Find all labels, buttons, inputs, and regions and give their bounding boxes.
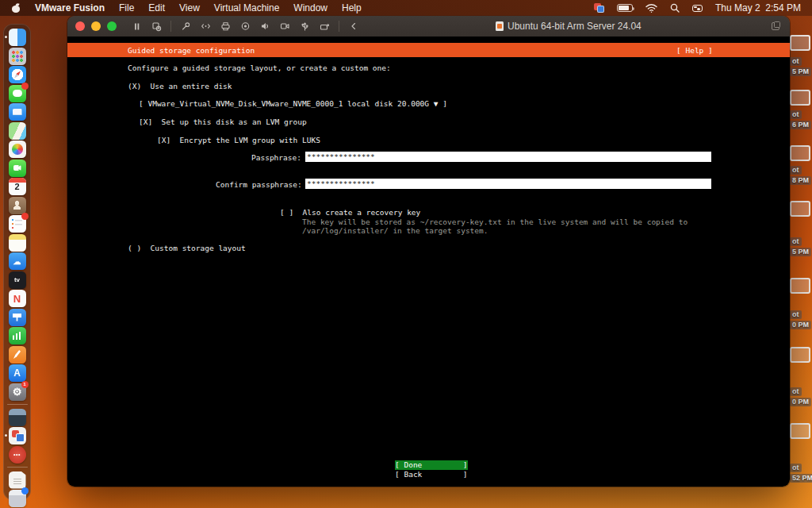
desktop: { "menubar": { "app_name": "VMware Fusio… xyxy=(0,0,812,508)
dock-settings-icon[interactable]: ⚙1 xyxy=(9,383,26,401)
dock-vmware-icon[interactable] xyxy=(9,427,26,444)
checkbox-recovery-key[interactable]: [ ] Also create a recovery key xyxy=(280,208,420,217)
menu-window[interactable]: Window xyxy=(293,2,327,13)
screenshot-file-icon[interactable] xyxy=(788,145,812,163)
checkbox-luks-encrypt[interactable]: [X] Encrypt the LVM group with LUKS xyxy=(157,136,320,144)
disk-selector-dropdown[interactable]: [ VMware_Virtual_NVMe_Disk_VMware_NVME_0… xyxy=(139,99,447,108)
dock-photos-icon[interactable] xyxy=(9,140,26,158)
menu-file[interactable]: File xyxy=(119,2,134,13)
screenshot-file-icon[interactable] xyxy=(788,278,812,295)
dock-appstore-icon[interactable]: A xyxy=(9,364,26,382)
radio-use-entire-disk[interactable]: (X) Use an entire disk xyxy=(128,82,232,90)
screenshot-file-label-time: 52 PM xyxy=(790,474,812,483)
confirm-passphrase-label: Confirm passphrase: xyxy=(216,180,302,189)
dock-calendar-icon[interactable]: 2 xyxy=(9,178,26,195)
dock-keynote-icon[interactable] xyxy=(9,309,26,326)
dock-appletv-icon[interactable]: tv xyxy=(9,271,26,289)
dock-safari-icon[interactable] xyxy=(9,66,26,83)
screenshot-file-label: ot xyxy=(790,387,802,396)
dock-screenshotthumb-icon[interactable] xyxy=(9,409,26,426)
display-toolbar-icon[interactable] xyxy=(278,20,292,33)
screenshot-file-label: ot xyxy=(790,110,802,119)
snapshots-toolbar-icon[interactable] xyxy=(149,20,163,33)
notification-badge xyxy=(21,83,29,90)
dock-windowthumb-icon[interactable] xyxy=(9,490,26,507)
vmware-window: Ubuntu 64-bit Arm Server 24.04 Guided st… xyxy=(67,16,790,487)
screenshot-file-icon[interactable] xyxy=(788,35,812,52)
dock-maps-icon[interactable] xyxy=(9,122,26,140)
file-thumbnail xyxy=(790,35,810,51)
intro-text: Configure a guided storage layout, or cr… xyxy=(128,64,391,72)
menu-edit[interactable]: Edit xyxy=(148,2,165,13)
file-thumbnail xyxy=(790,145,810,161)
recovery-help-line2: /var/log/installer/ in the target system… xyxy=(302,226,488,235)
menu-app-name[interactable]: VMware Fusion xyxy=(35,2,105,13)
screenshot-file-icon[interactable] xyxy=(788,90,812,107)
dock-facetime-icon[interactable] xyxy=(9,160,26,177)
screenshot-file-label: ot xyxy=(790,310,802,319)
dock-separator xyxy=(7,467,28,468)
screenshot-file-icon[interactable] xyxy=(788,423,812,441)
control-center-icon[interactable] xyxy=(692,5,703,12)
menu-bar: VMware Fusion File Edit View Virtual Mac… xyxy=(0,0,812,16)
menu-help[interactable]: Help xyxy=(342,2,362,13)
dock-messages-icon[interactable] xyxy=(9,85,26,102)
recovery-help-line1: The key will be stored as ~/recovery-key… xyxy=(302,217,688,226)
vm-document-icon xyxy=(496,21,504,31)
screenshot-file-icon[interactable] xyxy=(788,201,812,218)
file-thumbnail xyxy=(790,423,810,439)
zoom-button[interactable] xyxy=(107,21,117,31)
file-thumbnail xyxy=(790,347,810,363)
close-button[interactable] xyxy=(75,21,85,31)
dock-contacts-icon[interactable] xyxy=(9,197,26,214)
screenshot-file-label-time: 5 PM xyxy=(790,67,811,76)
usb-toolbar-icon[interactable] xyxy=(297,20,312,33)
radio-custom-layout[interactable]: ( ) Custom storage layout xyxy=(128,244,246,252)
dock-numbers-icon[interactable] xyxy=(9,327,26,344)
apple-menu-icon[interactable] xyxy=(11,3,21,13)
dock-mail-icon[interactable] xyxy=(9,103,26,121)
resolution-toolbar-icon[interactable] xyxy=(198,20,213,33)
passphrase-label: Passphrase: xyxy=(251,153,301,162)
screenshot-file-label: ot xyxy=(790,57,802,66)
menu-virtual-machine[interactable]: Virtual Machine xyxy=(214,2,280,13)
menu-view[interactable]: View xyxy=(179,2,200,13)
dock-launchpad-icon[interactable] xyxy=(9,48,26,65)
dock: 2☁tvNA⚙1••• xyxy=(3,24,31,500)
dock-reminders-icon[interactable] xyxy=(9,215,26,233)
confirm-passphrase-input[interactable] xyxy=(305,179,711,189)
help-button[interactable]: [ Help ] xyxy=(676,46,713,55)
vmware-status-icon[interactable] xyxy=(594,3,604,13)
ubuntu-installer-screen: Guided storage configuration [ Help ] Co… xyxy=(67,37,790,487)
dock-finder-icon[interactable] xyxy=(9,29,26,46)
pause-toolbar-icon[interactable] xyxy=(129,20,144,33)
notification-badge: 1 xyxy=(21,381,29,388)
done-button[interactable]: [ Done ] xyxy=(395,460,468,470)
dock-news-icon[interactable]: N xyxy=(9,290,26,307)
passphrase-input[interactable] xyxy=(305,152,711,162)
chevron-toolbar-icon[interactable] xyxy=(347,20,361,33)
window-titlebar[interactable]: Ubuntu 64-bit Arm Server 24.04 xyxy=(67,16,790,37)
fullscreen-icon[interactable] xyxy=(772,21,780,30)
dock-weather-icon[interactable]: ☁ xyxy=(9,252,26,270)
wrench-toolbar-icon[interactable] xyxy=(178,20,193,33)
printer-toolbar-icon[interactable] xyxy=(218,20,232,33)
menu-clock[interactable]: Thu May 2 2:54 PM xyxy=(715,2,801,13)
checkbox-lvm-group[interactable]: [X] Set up this disk as an LVM group xyxy=(139,117,307,126)
dock-notes-icon[interactable] xyxy=(9,234,26,252)
screenshot-file-icon[interactable] xyxy=(788,347,812,364)
minimize-button[interactable] xyxy=(91,21,101,31)
dock-separator xyxy=(7,404,28,405)
dock-pages-icon[interactable] xyxy=(9,346,26,364)
search-icon[interactable] xyxy=(670,3,680,13)
battery-icon[interactable] xyxy=(617,4,633,12)
running-indicator-dot xyxy=(5,36,7,38)
dock-document-icon[interactable] xyxy=(9,471,26,489)
back-button[interactable]: [ Back ] xyxy=(395,470,468,479)
dock-reddots-icon[interactable]: ••• xyxy=(9,446,26,464)
sound-toolbar-icon[interactable] xyxy=(258,20,272,33)
wifi-icon[interactable] xyxy=(645,4,657,13)
share-toolbar-icon[interactable] xyxy=(317,20,331,33)
camera-toolbar-icon[interactable] xyxy=(238,20,252,33)
window-title: Ubuntu 64-bit Arm Server 24.04 xyxy=(496,16,642,37)
